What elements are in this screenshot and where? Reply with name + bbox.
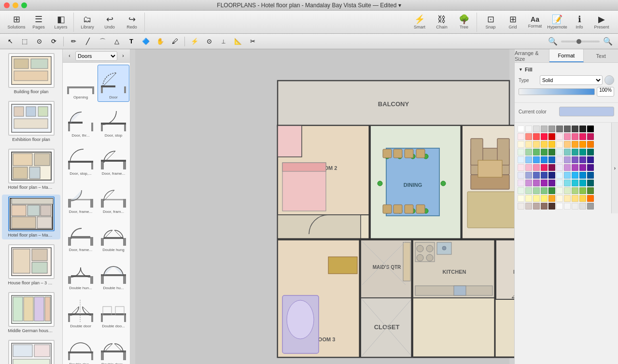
color-cell[interactable] xyxy=(579,203,586,210)
color-cell[interactable] xyxy=(518,187,524,194)
color-cell[interactable] xyxy=(564,172,571,179)
color-cell[interactable] xyxy=(587,149,594,155)
color-cell[interactable] xyxy=(525,141,532,148)
fill-opacity-slider[interactable] xyxy=(519,88,595,95)
color-cell[interactable] xyxy=(548,195,555,202)
color-cell[interactable] xyxy=(541,133,548,140)
select-tool[interactable]: ↖ xyxy=(4,36,16,47)
color-cell[interactable] xyxy=(587,203,594,210)
pages-button[interactable]: ☰ Pages xyxy=(28,13,49,32)
zoom-in-button[interactable]: 🔍 xyxy=(602,36,614,47)
color-cell[interactable] xyxy=(556,180,563,186)
color-cell[interactable] xyxy=(587,195,594,202)
color-cell[interactable] xyxy=(541,187,548,194)
color-cell[interactable] xyxy=(533,126,540,132)
color-cell[interactable] xyxy=(587,156,594,163)
circle-tool[interactable]: ⊙ xyxy=(33,36,45,47)
shape-opening[interactable]: Opening xyxy=(65,65,97,102)
color-cell[interactable] xyxy=(579,180,586,186)
color-cell[interactable] xyxy=(587,180,594,186)
redo-button[interactable]: ↪ Redo xyxy=(121,13,142,32)
color-cell[interactable] xyxy=(533,149,540,155)
shape-nav-next[interactable]: › xyxy=(119,52,127,60)
color-cell[interactable] xyxy=(541,156,548,163)
shape-double-hu[interactable]: Double hu... xyxy=(98,255,129,293)
color-cell[interactable] xyxy=(518,203,524,210)
shape-door-frame3[interactable]: Door, fram... xyxy=(98,179,129,216)
fill-type-select[interactable]: Solid Linear Radial None xyxy=(540,75,603,85)
color-cell[interactable] xyxy=(587,126,594,132)
color-cell[interactable] xyxy=(518,126,524,132)
color-cell[interactable] xyxy=(556,172,563,179)
color-cell[interactable] xyxy=(579,187,586,194)
color-cell[interactable] xyxy=(556,133,563,140)
color-cell[interactable] xyxy=(556,141,563,148)
color-cell[interactable] xyxy=(579,149,586,155)
color-cell[interactable] xyxy=(533,172,540,179)
color-cell[interactable] xyxy=(548,149,555,155)
color-cell[interactable] xyxy=(564,203,571,210)
shape-door-thr[interactable]: Door, thr... xyxy=(65,103,97,140)
line-tool[interactable]: ╱ xyxy=(82,36,94,47)
grid-button[interactable]: ⊞ Grid xyxy=(502,13,523,32)
color-cell[interactable] xyxy=(556,126,563,132)
color-cell[interactable] xyxy=(525,156,532,163)
color-cell[interactable] xyxy=(518,133,524,140)
color-cell[interactable] xyxy=(525,195,532,202)
page-item-hotel-small[interactable]: Hotel floor plan – Manda... xyxy=(2,147,60,192)
color-cell[interactable] xyxy=(556,156,563,163)
color-cell[interactable] xyxy=(548,203,555,210)
color-cell[interactable] xyxy=(587,164,594,171)
solutions-button[interactable]: ⊞ Solutions xyxy=(6,13,27,32)
palette-scroll-right[interactable]: › xyxy=(611,123,618,213)
hand-tool[interactable]: ✋ xyxy=(154,36,167,47)
path-tool[interactable]: ⟂ xyxy=(217,36,230,47)
color-cell[interactable] xyxy=(564,180,571,186)
page-item-building[interactable]: Building floor plan xyxy=(2,51,60,96)
color-cell[interactable] xyxy=(579,133,586,140)
color-cell[interactable] xyxy=(548,187,555,194)
color-cell[interactable] xyxy=(572,187,578,194)
library-button[interactable]: 🗂 Library xyxy=(77,13,98,32)
shape-nav-prev[interactable]: ‹ xyxy=(66,52,73,60)
color-cell[interactable] xyxy=(548,164,555,171)
connect-tool[interactable]: ⊙ xyxy=(203,36,215,47)
smart-button[interactable]: ⚡ Smart xyxy=(409,13,430,32)
color-cell[interactable] xyxy=(533,141,540,148)
text-tool[interactable]: T xyxy=(125,36,138,47)
color-cell[interactable] xyxy=(556,195,563,202)
color-cell[interactable] xyxy=(525,164,532,171)
color-cell[interactable] xyxy=(533,187,540,194)
color-cell[interactable] xyxy=(587,133,594,140)
color-cell[interactable] xyxy=(548,156,555,163)
color-cell[interactable] xyxy=(572,133,578,140)
page-item-house[interactable]: House floor plan – 3 B... xyxy=(2,242,60,287)
shape-double-doo1[interactable]: Double doo... xyxy=(98,294,129,331)
polygon-tool[interactable]: △ xyxy=(111,36,123,47)
canvas-area[interactable]: BALCONY BEDROOM 2 xyxy=(130,49,514,364)
color-cell[interactable] xyxy=(518,180,524,186)
hypernote-button[interactable]: 📝 Hypernote xyxy=(547,13,568,32)
color-cell[interactable] xyxy=(518,141,524,148)
color-cell[interactable] xyxy=(533,195,540,202)
color-cell[interactable] xyxy=(587,187,594,194)
color-cell[interactable] xyxy=(579,195,586,202)
shape-double-hung[interactable]: Double hung xyxy=(98,217,129,254)
color-cell[interactable] xyxy=(518,156,524,163)
format-button[interactable]: Aa Format xyxy=(524,13,546,32)
color-cell[interactable] xyxy=(525,203,532,210)
color-cell[interactable] xyxy=(556,164,563,171)
color-cell[interactable] xyxy=(556,149,563,155)
page-item-parent[interactable]: Parent-Child Room Num... xyxy=(2,338,60,364)
color-cell[interactable] xyxy=(525,172,532,179)
shape-door-frame[interactable]: Door, frame... xyxy=(98,141,129,178)
color-cell[interactable] xyxy=(548,180,555,186)
current-color-swatch[interactable] xyxy=(559,107,614,116)
color-cell[interactable] xyxy=(541,195,548,202)
color-cell[interactable] xyxy=(564,156,571,163)
measure-tool[interactable]: 📐 xyxy=(232,36,244,47)
color-cell[interactable] xyxy=(533,156,540,163)
color-cell[interactable] xyxy=(587,172,594,179)
color-cell[interactable] xyxy=(533,203,540,210)
shape-door-stop2[interactable]: Door, stop,... xyxy=(65,141,97,178)
